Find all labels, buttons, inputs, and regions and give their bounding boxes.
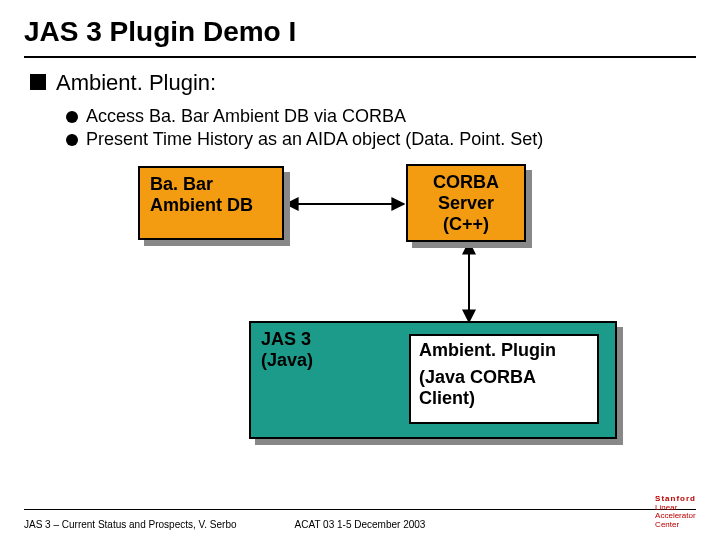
sub-bullet-2: Present Time History as an AIDA object (… <box>66 129 696 150</box>
box-line: Ambient DB <box>150 195 272 216</box>
title-block: JAS 3 Plugin Demo I <box>24 16 696 58</box>
box-line: (Java CORBA <box>419 367 589 388</box>
box-babar-ambient-db: Ba. Bar Ambient DB <box>138 166 284 240</box>
bullet-level-1: Ambient. Plugin: <box>30 70 696 96</box>
square-bullet-icon <box>30 74 46 90</box>
box-line: Ba. Bar <box>150 174 272 195</box>
sub-bullet-1: Access Ba. Bar Ambient DB via CORBA <box>66 106 696 127</box>
slide-footer: JAS 3 – Current Status and Prospects, V.… <box>24 495 696 530</box>
bullet-text: Ambient. Plugin: <box>56 70 216 96</box>
sub-bullet-text: Present Time History as an AIDA object (… <box>86 129 543 150</box>
architecture-diagram: Ba. Bar Ambient DB CORBA Server (C++) JA… <box>24 152 696 462</box>
box-line: Client) <box>419 388 589 409</box>
box-ambient-plugin: Ambient. Plugin (Java CORBA Client) <box>409 334 599 424</box>
box-line: CORBA <box>418 172 514 193</box>
disc-bullet-icon <box>66 134 78 146</box>
box-line: Server <box>418 193 514 214</box>
sub-bullet-text: Access Ba. Bar Ambient DB via CORBA <box>86 106 406 127</box>
footer-center: ACAT 03 1-5 December 2003 <box>24 519 696 530</box>
box-line: (C++) <box>418 214 514 235</box>
disc-bullet-icon <box>66 111 78 123</box>
box-line: Ambient. Plugin <box>419 340 589 361</box>
sub-bullet-list: Access Ba. Bar Ambient DB via CORBA Pres… <box>66 106 696 150</box>
box-corba-server: CORBA Server (C++) <box>406 164 526 242</box>
slide-title: JAS 3 Plugin Demo I <box>24 16 696 48</box>
